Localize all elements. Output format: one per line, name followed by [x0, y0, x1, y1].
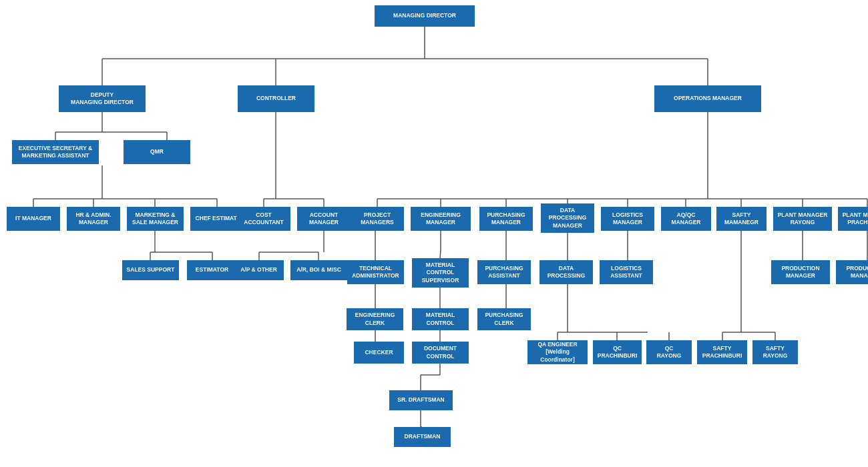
- engineering-clerk: ENGINEERING CLERK: [347, 308, 403, 330]
- deputy-md: DEPUTY MANAGING DIRECTOR: [59, 85, 146, 112]
- cost-accountant: COST ACCOUNTANT: [237, 207, 290, 231]
- plant-manager-prachinburi: PLANT MANAGER PRACHINBURI: [838, 207, 868, 231]
- safty-rayong: SAFTY RAYONG: [752, 340, 798, 364]
- engineering-manager: ENGINEERING MANAGER: [411, 207, 471, 231]
- production-manager-prachinburi: PRODUCTION MANAGER: [836, 260, 868, 284]
- logistics-manager: LOGISTICS MANAGER: [601, 207, 654, 231]
- hr-admin: HR & ADMIN. MANAGER: [67, 207, 120, 231]
- air-boi: A/R, BOI & MISC: [290, 260, 347, 280]
- managing-director: MANAGING DIRECTOR: [375, 5, 475, 27]
- purchasing-clerk: PURCHASING CLERK: [477, 308, 531, 330]
- estimator: ESTIMATOR: [187, 260, 237, 280]
- org-chart: MANAGING DIRECTORDEPUTY MANAGING DIRECTO…: [0, 0, 868, 467]
- material-control-sup: MATERIAL CONTROL SUPERVISOR: [412, 258, 469, 288]
- aq-qc: AQ/QC MANAGER: [661, 207, 711, 231]
- svg-line-75: [440, 250, 441, 258]
- draftsman: DRAFTSMAN: [394, 427, 451, 447]
- production-manager-rayong: PRODUCTION MANAGER: [771, 260, 830, 284]
- technical-admin: TECHNICAL ADMINISTRATOR: [347, 260, 404, 284]
- controller: CONTROLLER: [238, 85, 314, 112]
- sales-support: SALES SUPPORT: [122, 260, 179, 280]
- logistics-assistant: LOGISTICS ASSISTANT: [600, 260, 653, 284]
- marketing-sale: MARKETING & SALE MANAGER: [127, 207, 184, 231]
- document-control: DOCUMENT CONTROL: [412, 342, 469, 364]
- qa-engineer: QA ENGINEER [Welding Coordinator]: [527, 340, 588, 364]
- qmr: QMR: [124, 140, 190, 164]
- operations-manager: OPERATIONS MANAGER: [654, 85, 761, 112]
- safty-prachinburi: SAFTY PRACHINBURI: [697, 340, 747, 364]
- material-control: MATERIAL CONTROL: [412, 308, 469, 330]
- sr-draftsman: SR. DRAFTSMAN: [389, 390, 453, 410]
- data-processing: DATA PROCESSING: [539, 260, 593, 284]
- purchasing-assistant: PURCHASING ASSISTANT: [477, 260, 531, 284]
- qc-rayong: QC RAYONG: [646, 340, 692, 364]
- qc-prachinburi: QC PRACHINBURI: [593, 340, 642, 364]
- project-managers: PROJECT MANAGERS: [351, 207, 404, 231]
- it-manager: IT MANAGER: [7, 207, 60, 231]
- safty-manager: SAFTY MAMANEGR: [716, 207, 767, 231]
- data-processing-manager: DATA PROCESSING MANAGER: [541, 203, 594, 233]
- checker: CHECKER: [354, 342, 404, 364]
- purchasing-manager: PURCHASING MANAGER: [479, 207, 533, 231]
- exec-secretary: EXECUTIVE SECRETARY & MARKETING ASSISTAN…: [12, 140, 99, 164]
- ap-other: A/P & OTHER: [234, 260, 284, 280]
- account-manager: ACCOUNT MANAGER: [297, 207, 351, 231]
- plant-manager-rayong: PLANT MANAGER RAYONG: [773, 207, 832, 231]
